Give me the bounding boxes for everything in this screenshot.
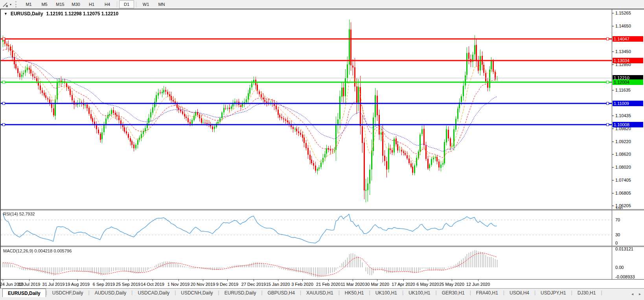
rsi-scale-label: 0 <box>615 241 618 245</box>
time-axis-tick <box>302 280 303 281</box>
tab-xauusd-h1[interactable]: XAUUSD,H1 <box>301 289 339 297</box>
time-axis-label: 21 Feb 2020 <box>316 282 340 287</box>
tab-scroll-left-icon[interactable]: ◂ <box>631 292 633 296</box>
timeframe-button-H4[interactable]: H4 <box>100 0 115 8</box>
time-axis-label: 17 Apr 2020 <box>392 282 415 287</box>
time-axis-tick <box>29 280 29 281</box>
rsi-scale-label: 70 <box>615 217 620 222</box>
timeframe-button-W1[interactable]: W1 <box>138 0 153 8</box>
price-axis-tick <box>612 206 614 206</box>
price-axis-tick-label: 1.11635 <box>615 88 631 92</box>
tab-eurusd-daily[interactable]: EURUSD,Daily <box>2 289 46 297</box>
timeframe-button-M5[interactable]: M5 <box>37 0 52 8</box>
price-axis[interactable]: 1.152651.146501.134501.128501.116351.104… <box>612 9 644 279</box>
price-tag-1.11009: 1.11009 <box>613 101 643 106</box>
mt4-window: ▾ M1M5M15M30H1H4D1W1MN ▼ EURUSD,Daily 1.… <box>0 0 644 300</box>
time-axis[interactable]: 24 Jun 201912 Jul 201931 Jul 201919 Aug … <box>1 279 644 288</box>
price-axis-tick <box>612 154 614 155</box>
time-axis-label: 31 Jul 2019 <box>42 282 65 287</box>
time-axis-label: 25 Sep 2019 <box>116 282 140 287</box>
panel-divider[interactable] <box>1 246 644 247</box>
time-axis-label: 11 Mar 2020 <box>341 282 365 287</box>
time-axis-label: 19 Aug 2019 <box>65 282 90 287</box>
timeframe-button-D1[interactable]: D1 <box>119 0 134 8</box>
line-tool-button[interactable]: ▾ <box>0 0 14 9</box>
time-axis-label: 25 May 2020 <box>439 282 464 287</box>
timeframe-button-group: M1M5M15M30H1H4D1W1MN <box>21 0 169 8</box>
time-axis-tick <box>203 280 203 281</box>
price-axis-tick-label: 1.14650 <box>615 24 631 28</box>
timeframe-button-H1[interactable]: H1 <box>84 0 99 8</box>
price-axis-tick-label: 1.15265 <box>615 11 631 15</box>
tab-usdchf-daily[interactable]: USDCHF,Daily <box>47 289 88 297</box>
tab-usdcad-daily[interactable]: USDCAD,Daily <box>132 289 175 297</box>
price-axis-tick <box>612 129 614 129</box>
price-tag-1.13034: 1.13034 <box>613 58 643 63</box>
tab-usdjpy-h1[interactable]: USDJPY,H1 <box>535 289 571 297</box>
tab-eurusd-daily[interactable]: EURUSD,Daily <box>219 289 261 297</box>
tab-usdcnh-daily[interactable]: USDCNH,Daily <box>176 289 218 297</box>
price-axis-tick <box>612 52 614 52</box>
tab-dj30-h1[interactable]: DJ30,H1 <box>572 289 601 297</box>
toolbar-separator <box>117 1 117 7</box>
price-axis-tick-label: 1.06805 <box>615 191 631 195</box>
rsi-scale-label: 30 <box>615 232 620 237</box>
time-axis-tick <box>128 280 129 281</box>
price-axis-tick <box>612 90 614 90</box>
rsi-label: RSI(14) 52.7932 <box>3 212 35 216</box>
time-axis-label: 12 Jun 2020 <box>466 282 490 287</box>
chart-title-dropdown-icon[interactable]: ▼ <box>4 12 7 16</box>
chart-tab-bar: EURUSD,Daily|USDCHF,Daily|AUDUSD,Daily|U… <box>0 288 644 300</box>
tab-ger30-h1[interactable]: GER30,H1 <box>437 289 470 297</box>
timeframe-button-M30[interactable]: M30 <box>68 0 83 8</box>
time-axis-tick <box>403 280 404 281</box>
toolbar-grip <box>15 1 18 7</box>
price-axis-tick-label: 1.09220 <box>615 139 631 144</box>
rsi-panel-canvas[interactable] <box>1 210 612 246</box>
tab-fra40-h1[interactable]: FRA40,H1 <box>471 289 503 297</box>
time-axis-label: 6 May 2020 <box>416 282 439 287</box>
time-axis-label: 30 Mar 2020 <box>365 282 389 287</box>
time-axis-tick <box>77 280 78 281</box>
tab-usoil-h4[interactable]: USOil,H4 <box>504 289 534 297</box>
time-axis-tick <box>178 280 179 281</box>
tab-gbpusd-h4[interactable]: GBPUSD,H4 <box>263 289 300 297</box>
time-axis-label: 15 Jan 2020 <box>266 282 290 287</box>
tab-scroll-right-icon[interactable]: ▸ <box>639 292 641 296</box>
macd-panel-canvas[interactable] <box>1 247 612 279</box>
chart-symbol-label: EURUSD,Daily <box>11 11 43 17</box>
price-axis-tick-label: 1.08020 <box>615 165 631 169</box>
time-axis-tick <box>53 280 54 281</box>
chevron-down-icon[interactable]: ▾ <box>10 3 11 6</box>
macd-scale-label: 0.013121 <box>615 247 633 251</box>
tab-audusd-daily[interactable]: AUDUSD,Daily <box>90 289 132 297</box>
timeframe-button-M15[interactable]: M15 <box>53 0 68 8</box>
time-axis-tick <box>278 280 278 281</box>
timeframe-button-M1[interactable]: M1 <box>21 0 36 8</box>
rsi-scale-label: 100 <box>615 206 622 211</box>
price-axis-tick-label: 1.07405 <box>615 178 631 182</box>
tab-hk50-h1[interactable]: HK50,H1 <box>340 289 369 297</box>
time-axis-tick <box>377 280 377 281</box>
chart-ohlc-values: 1.12191 1.12298 1.12075 1.12210 <box>46 11 119 17</box>
time-axis-label: 3 Feb 2020 <box>291 282 313 287</box>
tabs-holder: EURUSD,Daily|USDCHF,Daily|AUDUSD,Daily|U… <box>2 289 602 297</box>
time-axis-label: 12 Jul 2019 <box>18 282 40 287</box>
chart-window: ▼ EURUSD,Daily 1.12191 1.12298 1.12075 1… <box>0 9 644 288</box>
tab-uk100-h1[interactable]: UK100,H1 <box>370 289 402 297</box>
time-axis-tick <box>328 280 329 281</box>
price-tag-1.14047: 1.14047 <box>613 36 643 42</box>
tab-uk100-h1[interactable]: UK100,H1 <box>403 289 435 297</box>
toolbar-separator <box>136 1 136 7</box>
price-chart-canvas[interactable] <box>1 9 612 209</box>
price-axis-tick <box>612 167 614 167</box>
time-axis-label: 1 Nov 2019 <box>167 282 190 287</box>
macd-scale-label: 0.00 <box>615 265 624 270</box>
time-axis-tick <box>227 280 228 281</box>
price-axis-tick <box>612 180 614 180</box>
time-axis-tick <box>428 280 428 281</box>
time-axis-label: 27 Dec 2019 <box>241 282 266 287</box>
time-axis-label: 9 Dec 2019 <box>216 282 238 287</box>
timeframe-button-MN[interactable]: MN <box>154 0 169 8</box>
panel-divider[interactable] <box>1 209 644 210</box>
